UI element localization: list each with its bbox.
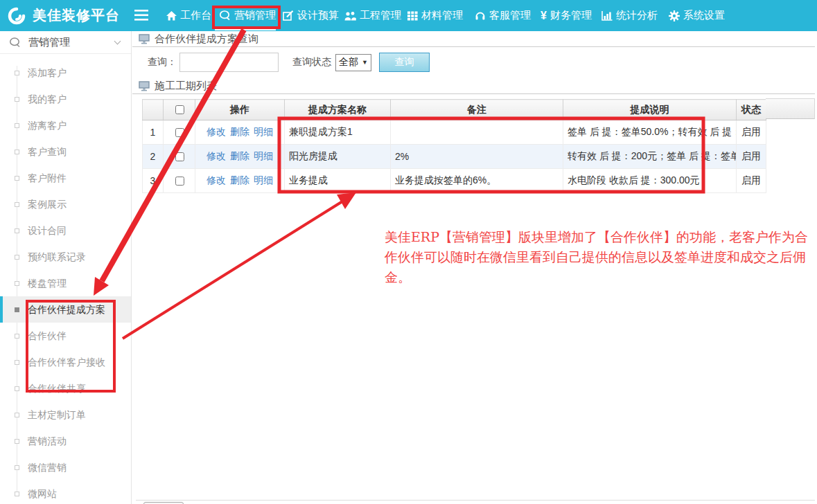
actions-cell: 修改删除明细 [195, 169, 285, 193]
row-number-cell: 3 [143, 169, 164, 193]
sidebar-item[interactable]: 合作伙伴提成方案 [0, 296, 131, 323]
sidebar-item[interactable]: 合作伙伴 [0, 323, 131, 349]
status-cell: 启用 [737, 120, 766, 145]
status-label: 查询状态 [292, 56, 331, 69]
sidebar-item[interactable]: 客户附件 [0, 165, 131, 191]
sidebar-section-label: 营销管理 [28, 36, 70, 49]
grid-icon [407, 11, 418, 21]
row-checkbox[interactable] [175, 152, 184, 161]
detail-link[interactable]: 明细 [254, 150, 273, 161]
edit-link[interactable]: 修改 [207, 150, 226, 161]
menu-icon[interactable] [134, 10, 148, 24]
row-checkbox[interactable] [175, 128, 184, 137]
nav-item[interactable]: 设计预算 [283, 0, 339, 31]
col-header: 提成方案名称 [285, 100, 391, 120]
edit-link[interactable]: 修改 [207, 126, 226, 137]
sidebar-item[interactable]: 营销活动 [0, 428, 131, 454]
sidebar-item[interactable]: 主材定制订单 [0, 402, 131, 428]
note-cell: 业务提成按签单的6%。 [391, 169, 563, 193]
sidebar-section-header[interactable]: 营销管理 [0, 31, 131, 54]
plan-name-cell: 业务提成 [285, 169, 391, 193]
checkbox-cell [164, 169, 195, 193]
nav-item-label: 营销管理 [234, 9, 276, 22]
plans-table: 操作 提成方案名称 备注 提成说明 状态 1修改删除明细兼职提成方案1签单 后 … [142, 99, 766, 193]
table-header-row: 操作 提成方案名称 备注 提成说明 状态 [143, 100, 766, 120]
select-all-checkbox[interactable] [175, 105, 184, 114]
search-button[interactable]: 查询 [379, 53, 430, 72]
nav-item[interactable]: 客服管理 [475, 0, 531, 31]
nav-item-label: 客服管理 [489, 9, 531, 22]
sidebar-item[interactable]: 添加客户 [0, 60, 131, 86]
sidebar-item[interactable]: 合作伙伴客户接收 [0, 349, 131, 375]
sidebar: 营销管理 添加客户我的客户游离客户客户查询客户附件案例展示设计合同预约联系记录楼… [0, 31, 132, 504]
table-row: 2修改删除明细阳光房提成2%转有效 后 提：200元；签单 后 提：签单启用 [143, 145, 766, 169]
edit-icon [283, 10, 294, 21]
sidebar-item[interactable]: 合作伙伴共享 [0, 375, 131, 402]
note-cell [391, 120, 563, 145]
sidebar-item[interactable]: 预约联系记录 [0, 244, 131, 270]
row-number-cell: 1 [143, 120, 164, 145]
delete-link[interactable]: 删除 [230, 174, 249, 186]
commission-desc-cell: 签单 后 提：签单50.0%；转有效 后 提： [563, 120, 737, 145]
status-cell: 启用 [737, 169, 766, 193]
commission-desc-cell: 水电阶段 收款后 提：300.00元 [563, 169, 737, 193]
active-nav-underline [215, 28, 276, 30]
yen-icon: ¥ [541, 10, 547, 21]
plan-name-cell: 阳光房提成 [285, 145, 391, 169]
row-checkbox[interactable] [175, 177, 184, 186]
nav-item[interactable]: 统计分析 [601, 0, 658, 31]
sidebar-item[interactable]: 楼盘管理 [0, 270, 131, 296]
annotation-text: 美佳ERP【营销管理】版块里增加了【合作伙伴】的功能，老客户作为合作伙伴可以随时… [385, 227, 816, 287]
logo-text: 美佳装修平台 [33, 6, 120, 25]
footer-divider [136, 500, 815, 501]
sidebar-item[interactable]: 设计合同 [0, 217, 131, 244]
section-title: 施工工期列表 [155, 80, 217, 93]
nav-item[interactable]: ¥财务管理 [541, 0, 592, 31]
sidebar-item[interactable]: 案例展示 [0, 191, 131, 217]
sidebar-item[interactable]: 微信营销 [0, 454, 131, 480]
delete-link[interactable]: 删除 [230, 150, 249, 161]
section-header-query: 合作伙伴提成方案查询 [132, 31, 815, 47]
edit-link[interactable]: 修改 [207, 174, 226, 186]
nav-item[interactable]: 工作台 [166, 0, 211, 31]
nav-item-label: 设计预算 [297, 9, 339, 22]
headset-icon [475, 10, 486, 21]
plan-name-cell: 兼职提成方案1 [285, 120, 391, 145]
status-cell: 启用 [737, 145, 766, 169]
section-title: 合作伙伴提成方案查询 [155, 33, 258, 46]
sidebar-item[interactable]: 客户查询 [0, 138, 131, 165]
logo: 美佳装修平台 [6, 0, 120, 31]
logo-icon [6, 5, 28, 27]
search-input[interactable] [179, 53, 279, 72]
sidebar-item[interactable]: 我的客户 [0, 86, 131, 112]
section-header-list: 施工工期列表 [132, 78, 815, 94]
actions-cell: 修改删除明细 [195, 120, 285, 145]
table-header-filler [766, 98, 815, 119]
top-nav: 美佳装修平台 工作台营销管理设计预算工程管理材料管理客服管理¥财务管理统计分析系… [0, 0, 817, 31]
delete-link[interactable]: 删除 [230, 126, 249, 137]
col-header: 操作 [195, 100, 285, 120]
nav-item-label: 财务管理 [550, 9, 592, 22]
detail-link[interactable]: 明细 [254, 174, 273, 186]
detail-link[interactable]: 明细 [254, 126, 273, 137]
row-number-cell: 2 [143, 145, 164, 169]
nav-item[interactable]: 工程管理 [344, 0, 401, 31]
actions-cell: 修改删除明细 [195, 145, 285, 169]
nav-item[interactable]: 营销管理 [219, 0, 276, 31]
home-icon [166, 11, 177, 21]
sidebar-menu: 添加客户我的客户游离客户客户查询客户附件案例展示设计合同预约联系记录楼盘管理合作… [0, 60, 131, 504]
status-select[interactable]: 全部 ▼ [335, 54, 371, 71]
users-icon [344, 11, 356, 21]
chat-icon [9, 37, 21, 48]
checkbox-cell [164, 145, 195, 169]
col-header: 备注 [391, 100, 563, 120]
nav-item-label: 材料管理 [421, 9, 463, 22]
nav-item[interactable]: 材料管理 [407, 0, 463, 31]
nav-item-label: 系统设置 [683, 9, 725, 22]
nav-item[interactable]: 系统设置 [669, 0, 725, 31]
sidebar-item[interactable]: 游离客户 [0, 112, 131, 138]
sidebar-item[interactable]: 微网站 [0, 480, 131, 504]
search-label: 查询： [148, 56, 177, 69]
note-cell: 2% [391, 145, 563, 169]
nav-item-label: 工程管理 [360, 9, 401, 22]
